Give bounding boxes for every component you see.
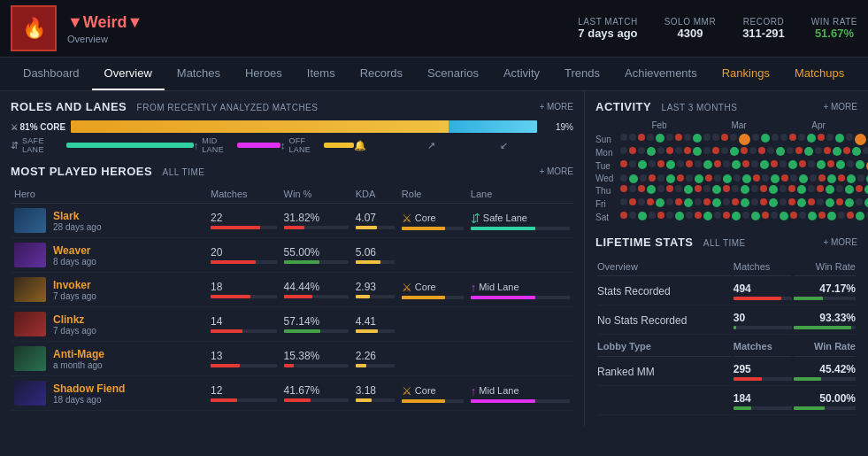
- lt-subheader-winrate: Win Rate: [794, 336, 856, 357]
- hero-lane: ↑ Mid Lane: [467, 273, 573, 307]
- activity-dot: [808, 212, 817, 220]
- hero-role: ⚔ Core: [398, 204, 467, 238]
- lifetime-more-btn[interactable]: + MORE: [823, 237, 857, 247]
- nav-item-scenarios[interactable]: Scenarios: [415, 58, 491, 90]
- activity-dot: [817, 160, 826, 169]
- hero-avatar: [14, 312, 46, 336]
- table-row[interactable]: Anti-Mage a month ago 13 15.38% 2.26: [11, 342, 573, 376]
- role-icon: ⚔: [402, 384, 412, 398]
- activity-day-row: Sun: [595, 134, 857, 145]
- activity-dot: [827, 160, 834, 167]
- activity-day-label: Sun: [595, 135, 618, 144]
- activity-dot: [649, 174, 656, 182]
- nav-item-overview[interactable]: Overview: [92, 58, 165, 90]
- activity-dot: [762, 174, 769, 182]
- table-row[interactable]: Clinkz 7 days ago 14 57.14% 4.41: [11, 307, 573, 342]
- activity-dot: [723, 174, 732, 183]
- lt-col-overview: Overview: [597, 258, 732, 276]
- winpct-bar: [284, 329, 349, 333]
- nav-item-activity[interactable]: Activity: [491, 58, 552, 90]
- lanes-row: ⇵ SAFE LANE↑ MID LANE↕ OFF LANE🔔 ↗ ↙: [11, 136, 573, 154]
- nav-item-items[interactable]: Items: [295, 58, 348, 90]
- roles-title-group: ROLES AND LANES FROM RECENTLY ANALYZED M…: [11, 100, 318, 113]
- activity-dot: [703, 212, 712, 220]
- activity-month-label: Apr: [780, 120, 857, 130]
- activity-dot: [818, 134, 825, 141]
- lt-col-matches: Matches: [734, 258, 792, 276]
- lt-matches-cell: 295: [734, 359, 792, 386]
- activity-dot: [780, 198, 787, 205]
- activity-dot: [723, 198, 730, 205]
- activity-dot: [835, 134, 844, 143]
- table-row[interactable]: Invoker 7 days ago 18 44.44% 2.93 ⚔ Core…: [11, 273, 573, 307]
- activity-title-group: ACTIVITY LAST 3 MONTHS: [595, 100, 737, 113]
- lt-winrate-bar: [794, 406, 856, 410]
- activity-dot: [657, 174, 664, 182]
- col-header-kda: KDA: [352, 185, 398, 204]
- hero-matches: 14: [207, 307, 280, 342]
- lt-winrate-cell: 47.17%: [794, 278, 856, 305]
- kda-bar: [356, 226, 395, 229]
- activity-dot: [732, 185, 739, 192]
- nav-item-records[interactable]: Records: [348, 58, 415, 90]
- activity-dot: [695, 198, 702, 205]
- matches-bar: [211, 295, 277, 298]
- activity-dot: [629, 185, 636, 192]
- activity-dot: [780, 185, 787, 192]
- lane-badge: ↑ Mid Lane: [471, 281, 570, 294]
- table-row[interactable]: Slark 28 days ago 22 31.82% 4.07 ⚔ Core …: [11, 204, 573, 238]
- hero-kda: 5.06: [352, 238, 398, 273]
- activity-more-btn[interactable]: + MORE: [823, 102, 857, 112]
- nav-item-rankings[interactable]: Rankings: [710, 58, 782, 90]
- activity-dot: [730, 134, 737, 141]
- hero-role: [398, 307, 467, 342]
- activity-dot: [771, 212, 778, 219]
- lifetime-row: No Stats Recorded 30 93.33%: [597, 307, 856, 335]
- heroes-more-btn[interactable]: + MORE: [539, 166, 573, 176]
- nav-item-matches[interactable]: Matches: [165, 58, 233, 90]
- activity-dot: [752, 134, 759, 141]
- activity-header: ACTIVITY LAST 3 MONTHS + MORE: [595, 100, 857, 113]
- hero-kda: 2.93: [352, 273, 398, 307]
- activity-dot: [693, 134, 702, 143]
- lt-label: No Stats Recorded: [597, 307, 732, 335]
- nav-item-heroes[interactable]: Heroes: [233, 58, 295, 90]
- nav: DashboardOverviewMatchesHeroesItemsRecor…: [0, 58, 868, 91]
- heroes-subtitle: ALL TIME: [163, 167, 205, 177]
- activity-dot: [795, 147, 803, 154]
- activity-month-row: FebMarApr: [595, 120, 857, 130]
- lifetime-header: LIFETIME STATS ALL TIME + MORE: [595, 236, 857, 249]
- lt-label: Ranked MM: [597, 359, 732, 386]
- activity-dot: [856, 185, 863, 192]
- activity-dot: [761, 134, 770, 143]
- nav-item-dashboard[interactable]: Dashboard: [11, 58, 92, 90]
- hero-winpct: 41.67%: [280, 376, 352, 411]
- hero-days: 8 days ago: [53, 257, 96, 267]
- activity-dot: [675, 185, 682, 192]
- activity-dot: [714, 212, 721, 219]
- activity-dot: [684, 198, 693, 207]
- nav-item-achievements[interactable]: Achievements: [612, 58, 710, 90]
- activity-dot: [804, 147, 813, 156]
- activity-dot: [657, 160, 664, 167]
- table-row[interactable]: Shadow Fiend 18 days ago 12 41.67% 3.18 …: [11, 376, 573, 411]
- table-row[interactable]: Weaver 8 days ago 20 55.00% 5.06: [11, 238, 573, 273]
- nav-item-trends[interactable]: Trends: [552, 58, 612, 90]
- activity-dot: [723, 212, 730, 219]
- activity-dot: [767, 147, 774, 154]
- lt-winrate-val: 93.33%: [794, 312, 856, 324]
- lt-col-winrate: Win Rate: [794, 258, 856, 276]
- activity-dot: [620, 198, 627, 205]
- nav-item-matchups[interactable]: Matchups: [782, 58, 856, 90]
- activity-dot: [703, 134, 711, 141]
- hero-matches: 18: [207, 273, 280, 307]
- main-layout: ROLES AND LANES FROM RECENTLY ANALYZED M…: [0, 91, 868, 426]
- activity-dot: [810, 174, 817, 182]
- hero-kda: 2.26: [352, 342, 398, 376]
- activity-dot: [864, 185, 868, 194]
- lt-label: Stats Recorded: [597, 278, 732, 305]
- activity-dot: [666, 198, 673, 205]
- activity-day-row: Sat: [595, 212, 857, 223]
- stat-value: 51.67%: [811, 27, 857, 40]
- roles-more-btn[interactable]: + MORE: [539, 102, 573, 112]
